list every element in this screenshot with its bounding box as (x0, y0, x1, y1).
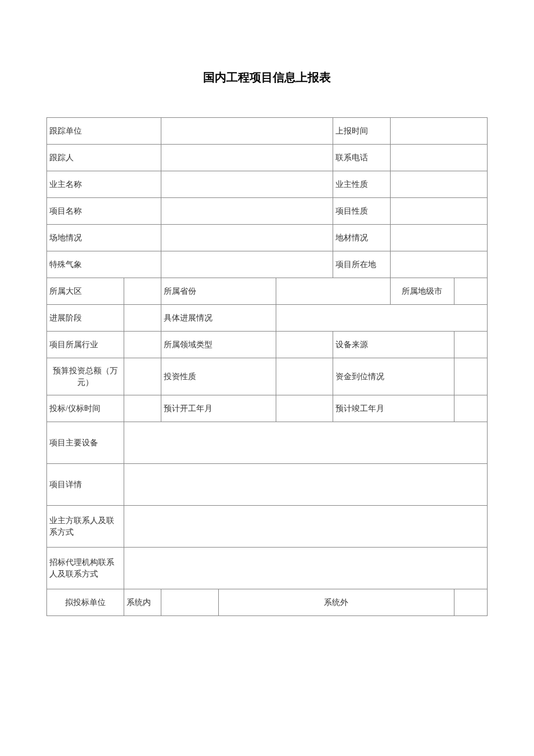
label-investment-nature: 投资性质 (161, 358, 276, 395)
label-start-date: 预计开工年月 (161, 395, 276, 422)
page-title: 国内工程项目信息上报表 (46, 70, 488, 85)
table-row: 进展阶段 具体进展情况 (47, 305, 488, 332)
value-progress-detail (276, 305, 487, 332)
table-row: 项目详情 (47, 464, 488, 506)
label-region: 所属大区 (47, 278, 124, 305)
value-owner-name (161, 171, 333, 198)
table-row: 拟投标单位 系统内 系统外 (47, 589, 488, 616)
value-system-external (454, 589, 488, 616)
label-owner-nature: 业主性质 (333, 171, 391, 198)
value-material-condition (390, 225, 487, 251)
table-row: 投标/仪标时间 预计开工年月 预计竣工年月 (47, 395, 488, 422)
label-industry: 项目所属行业 (47, 332, 124, 358)
label-bid-time: 投标/仪标时间 (47, 395, 124, 422)
label-end-date: 预计竣工年月 (333, 395, 454, 422)
value-site-condition (161, 225, 333, 251)
table-row: 场地情况 地材情况 (47, 225, 488, 251)
label-project-name: 项目名称 (47, 198, 161, 225)
label-site-condition: 场地情况 (47, 225, 161, 251)
value-city (454, 278, 488, 305)
label-bidding-agency-contact: 招标代理机构联系人及联系方式 (47, 548, 124, 589)
label-owner-contact: 业主方联系人及联系方式 (47, 506, 124, 548)
value-progress-stage (124, 305, 161, 332)
value-owner-nature (390, 171, 487, 198)
value-investment-nature (276, 358, 333, 395)
label-tracking-unit: 跟踪单位 (47, 118, 161, 145)
value-tracker (161, 145, 333, 171)
table-row: 项目名称 项目性质 (47, 198, 488, 225)
value-special-weather (161, 251, 333, 278)
label-city: 所属地级市 (390, 278, 454, 305)
label-system-internal: 系统内 (124, 589, 161, 616)
table-row: 特殊气象 项目所在地 (47, 251, 488, 278)
value-project-nature (390, 198, 487, 225)
label-domain-type: 所属领域类型 (161, 332, 276, 358)
value-system-internal (161, 589, 219, 616)
label-system-external: 系统外 (218, 589, 454, 616)
label-fund-status: 资金到位情况 (333, 358, 454, 395)
value-industry (124, 332, 161, 358)
value-equipment-source (454, 332, 488, 358)
value-start-date (276, 395, 333, 422)
label-main-equipment: 项目主要设备 (47, 422, 124, 464)
table-row: 项目主要设备 (47, 422, 488, 464)
label-progress-detail: 具体进展情况 (161, 305, 276, 332)
value-main-equipment (124, 422, 487, 464)
label-report-time: 上报时间 (333, 118, 391, 145)
value-owner-contact (124, 506, 487, 548)
value-region (124, 278, 161, 305)
label-project-nature: 项目性质 (333, 198, 391, 225)
value-fund-status (454, 358, 488, 395)
label-proposed-bidder: 拟投标单位 (47, 589, 124, 616)
value-contact-phone (390, 145, 487, 171)
value-tracking-unit (161, 118, 333, 145)
value-bidding-agency-contact (124, 548, 487, 589)
label-contact-phone: 联系电话 (333, 145, 391, 171)
value-budget-total (124, 358, 161, 395)
report-form-table: 跟踪单位 上报时间 跟踪人 联系电话 业主名称 业主性质 项目名称 项目性质 场… (46, 117, 488, 616)
value-bid-time (124, 395, 161, 422)
value-project-name (161, 198, 333, 225)
value-project-detail (124, 464, 487, 506)
label-progress-stage: 进展阶段 (47, 305, 124, 332)
label-province: 所属省份 (161, 278, 276, 305)
value-domain-type (276, 332, 333, 358)
label-project-location: 项目所在地 (333, 251, 391, 278)
label-project-detail: 项目详情 (47, 464, 124, 506)
value-province (276, 278, 390, 305)
label-tracker: 跟踪人 (47, 145, 161, 171)
table-row: 所属大区 所属省份 所属地级市 (47, 278, 488, 305)
table-row: 业主方联系人及联系方式 (47, 506, 488, 548)
value-end-date (454, 395, 488, 422)
label-special-weather: 特殊气象 (47, 251, 161, 278)
value-report-time (390, 118, 487, 145)
table-row: 招标代理机构联系人及联系方式 (47, 548, 488, 589)
label-owner-name: 业主名称 (47, 171, 161, 198)
table-row: 业主名称 业主性质 (47, 171, 488, 198)
table-row: 跟踪人 联系电话 (47, 145, 488, 171)
table-row: 预算投资总额（万元） 投资性质 资金到位情况 (47, 358, 488, 395)
table-row: 跟踪单位 上报时间 (47, 118, 488, 145)
table-row: 项目所属行业 所属领域类型 设备来源 (47, 332, 488, 358)
label-budget-total: 预算投资总额（万元） (47, 358, 124, 395)
label-equipment-source: 设备来源 (333, 332, 454, 358)
value-project-location (390, 251, 487, 278)
label-material-condition: 地材情况 (333, 225, 391, 251)
